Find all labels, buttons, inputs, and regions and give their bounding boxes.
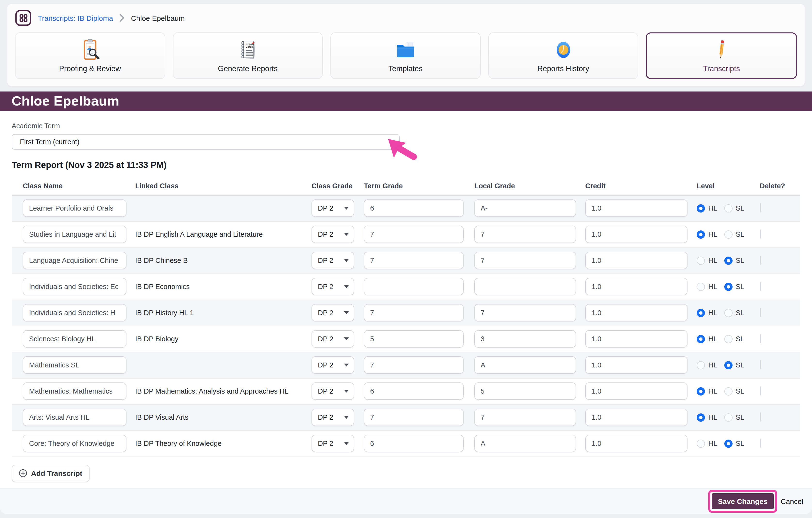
credit-input[interactable] [585, 435, 688, 452]
level-sl-radio[interactable] [724, 361, 732, 369]
table-row: DP 2 HL SL [11, 352, 801, 378]
class-name-input[interactable] [23, 330, 126, 347]
local-grade-input[interactable] [474, 304, 576, 322]
class-grade-select[interactable]: DP 2 [312, 356, 354, 374]
credit-input[interactable] [585, 304, 688, 322]
class-grade-select[interactable]: DP 2 [312, 225, 354, 243]
level-hl-label: HL [708, 387, 717, 395]
breadcrumb-link-transcripts[interactable]: Transcripts: IB Diploma [38, 14, 113, 22]
level-hl-radio[interactable] [697, 309, 705, 317]
table-header: Class Name Linked Class Class Grade Term… [11, 177, 801, 195]
local-grade-input[interactable] [474, 225, 576, 243]
class-grade-select[interactable]: DP 2 [312, 383, 354, 400]
class-grade-select[interactable]: DP 2 [312, 200, 354, 217]
term-grade-input[interactable] [364, 356, 464, 374]
level-sl-radio[interactable] [724, 387, 732, 395]
term-grade-input[interactable] [364, 225, 464, 243]
class-name-input[interactable] [23, 200, 126, 217]
col-header-class-name: Class Name [23, 182, 135, 190]
level-sl-radio[interactable] [724, 256, 732, 265]
add-transcript-button[interactable]: Add Transcript [11, 464, 90, 482]
cancel-link[interactable]: Cancel [781, 497, 803, 505]
class-name-input[interactable] [23, 383, 126, 400]
delete-checkbox[interactable] [760, 203, 761, 213]
credit-input[interactable] [585, 356, 688, 374]
credit-input[interactable] [585, 408, 688, 426]
class-name-input[interactable] [23, 225, 126, 243]
delete-checkbox[interactable] [760, 255, 761, 265]
delete-checkbox[interactable] [760, 360, 761, 369]
level-sl-radio[interactable] [724, 230, 732, 238]
term-grade-input[interactable] [364, 383, 464, 400]
local-grade-input[interactable] [474, 435, 576, 452]
delete-checkbox[interactable] [760, 413, 761, 422]
level-hl-radio[interactable] [697, 387, 705, 395]
credit-input[interactable] [585, 330, 688, 347]
term-grade-input[interactable] [364, 435, 464, 452]
apps-grid-icon[interactable] [15, 10, 31, 26]
level-hl-radio[interactable] [697, 439, 705, 448]
level-hl-radio[interactable] [697, 361, 705, 369]
delete-checkbox[interactable] [760, 386, 761, 396]
delete-checkbox[interactable] [760, 438, 761, 448]
credit-input[interactable] [585, 200, 688, 217]
academic-term-select[interactable]: First Term (current) [11, 134, 400, 149]
delete-checkbox[interactable] [760, 334, 761, 343]
nav-card-templates[interactable]: Templates [330, 32, 481, 79]
level-hl-radio[interactable] [697, 413, 705, 421]
level-sl-radio[interactable] [724, 204, 732, 212]
level-sl-radio[interactable] [724, 439, 732, 448]
class-grade-select[interactable]: DP 2 [312, 252, 354, 269]
class-name-input[interactable] [23, 304, 126, 322]
local-grade-input[interactable] [474, 356, 576, 374]
class-grade-select[interactable]: DP 2 [312, 278, 354, 295]
nav-card-proofing-review[interactable]: Proofing & Review [15, 32, 165, 79]
term-grade-input[interactable] [364, 200, 464, 217]
level-sl-label: SL [736, 256, 745, 264]
local-grade-input[interactable] [474, 278, 576, 295]
level-sl-radio[interactable] [724, 413, 732, 421]
delete-checkbox[interactable] [760, 282, 761, 291]
class-name-input[interactable] [23, 252, 126, 269]
delete-checkbox[interactable] [760, 230, 761, 239]
class-grade-select[interactable]: DP 2 [312, 435, 354, 452]
class-name-input[interactable] [23, 356, 126, 374]
level-sl-radio[interactable] [724, 309, 732, 317]
class-grade-select[interactable]: DP 2 [312, 408, 354, 426]
class-name-input[interactable] [23, 435, 126, 452]
chevron-right-icon [119, 13, 125, 22]
level-hl-radio[interactable] [697, 230, 705, 238]
level-hl-radio[interactable] [697, 256, 705, 265]
nav-card-reports-history[interactable]: Reports History [488, 32, 638, 79]
nav-card-generate-reports[interactable]: Report Cards Generate Reports [173, 32, 323, 79]
term-grade-input[interactable] [364, 304, 464, 322]
local-grade-input[interactable] [474, 330, 576, 347]
local-grade-input[interactable] [474, 200, 576, 217]
class-grade-select[interactable]: DP 2 [312, 330, 354, 347]
delete-checkbox[interactable] [760, 308, 761, 317]
local-grade-input[interactable] [474, 408, 576, 426]
class-grade-select[interactable]: DP 2 [312, 304, 354, 322]
nav-card-transcripts[interactable]: Transcripts [646, 32, 797, 79]
term-grade-input[interactable] [364, 408, 464, 426]
credit-input[interactable] [585, 278, 688, 295]
term-grade-input[interactable] [364, 330, 464, 347]
level-hl-radio[interactable] [697, 282, 705, 291]
class-name-input[interactable] [23, 278, 126, 295]
term-grade-input[interactable] [364, 252, 464, 269]
level-sl-radio[interactable] [724, 335, 732, 343]
level-sl-radio[interactable] [724, 282, 732, 291]
credit-input[interactable] [585, 383, 688, 400]
local-grade-input[interactable] [474, 383, 576, 400]
credit-input[interactable] [585, 252, 688, 269]
class-name-input[interactable] [23, 408, 126, 426]
linked-class-text: IB DP English A Language and Literature [135, 231, 312, 238]
term-grade-input[interactable] [364, 278, 464, 295]
save-changes-button[interactable]: Save Changes [712, 493, 774, 509]
level-hl-radio[interactable] [697, 204, 705, 212]
credit-input[interactable] [585, 225, 688, 243]
level-hl-radio[interactable] [697, 335, 705, 343]
level-hl-label: HL [708, 256, 717, 264]
col-header-delete: Delete? [760, 182, 801, 190]
local-grade-input[interactable] [474, 252, 576, 269]
